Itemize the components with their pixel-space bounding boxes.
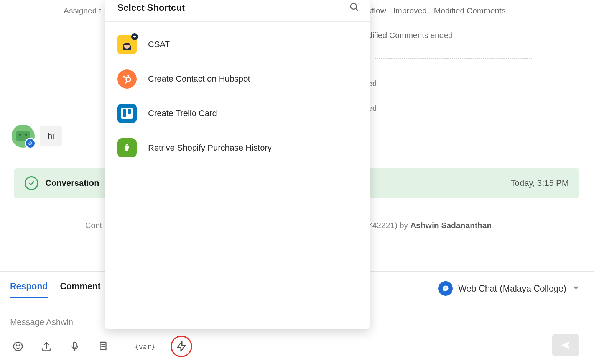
channel-selector[interactable]: Web Chat (Malaya College)	[438, 281, 580, 296]
composer-toolbar: {var}	[12, 336, 192, 357]
webchat-badge-icon	[25, 138, 36, 149]
csat-icon: +	[117, 35, 137, 54]
voice-button[interactable]	[68, 340, 81, 353]
upload-button[interactable]	[40, 340, 53, 353]
checkmark-circle-icon	[25, 176, 38, 190]
snippet-button[interactable]	[97, 340, 110, 353]
svg-point-1	[14, 342, 23, 351]
chevron-down-icon	[572, 283, 580, 294]
shortcut-label: CSAT	[148, 39, 170, 49]
closed-label: Conversation	[45, 178, 99, 188]
hubspot-icon	[117, 69, 137, 89]
webchat-icon	[438, 281, 453, 296]
svg-point-3	[19, 345, 20, 346]
shortcut-list: + CSAT Create Contact on Hubspot Create …	[105, 22, 370, 171]
bg-system-line-1b: kflow - Improved - Modified Comments	[368, 6, 505, 15]
popover-search-button[interactable]	[349, 2, 360, 14]
send-button[interactable]	[552, 334, 579, 356]
divider	[375, 58, 532, 59]
contact-avatar[interactable]	[12, 125, 35, 148]
shortcut-label: Create Contact on Hubspot	[148, 74, 250, 84]
svg-line-18	[126, 81, 127, 82]
composer-tabs: Respond Comment	[10, 281, 100, 298]
trello-icon	[117, 104, 137, 123]
message-text: hi	[48, 131, 54, 141]
shortcut-item-csat[interactable]: + CSAT	[109, 27, 366, 62]
shortcut-item-shopify[interactable]: Retrive Shopify Purchase History	[109, 131, 366, 165]
svg-line-17	[125, 77, 127, 78]
svg-rect-5	[73, 342, 76, 348]
channel-label: Web Chat (Malaya College)	[458, 284, 566, 294]
message-row: hi	[12, 125, 62, 148]
tab-comment[interactable]: Comment	[60, 281, 100, 298]
svg-marker-9	[178, 342, 185, 351]
shortcut-label: Retrive Shopify Purchase History	[148, 143, 272, 153]
svg-point-10	[351, 3, 357, 9]
shopify-icon	[117, 138, 137, 157]
emoji-button[interactable]	[12, 340, 25, 353]
popover-title: Select Shortcut	[117, 2, 185, 13]
svg-point-2	[16, 345, 17, 346]
bg-system-line-1: Assigned t	[64, 6, 101, 15]
closed-time: Today, 3:15 PM	[511, 178, 569, 188]
shortcut-label: Create Trello Card	[148, 108, 217, 118]
shortcut-item-trello[interactable]: Create Trello Card	[109, 96, 366, 131]
message-bubble[interactable]: hi	[40, 126, 62, 146]
shortcut-trigger-button[interactable]	[171, 336, 192, 357]
tab-respond[interactable]: Respond	[10, 281, 48, 298]
variable-button[interactable]: {var}	[135, 340, 155, 353]
svg-line-11	[356, 8, 358, 11]
shortcut-item-hubspot[interactable]: Create Contact on Hubspot	[109, 62, 366, 96]
shortcut-popover: Select Shortcut + CSAT Create Contact on…	[105, 0, 370, 329]
bg-system-line-2: dified Comments ended	[368, 31, 453, 40]
toolbar-separator	[122, 339, 122, 353]
